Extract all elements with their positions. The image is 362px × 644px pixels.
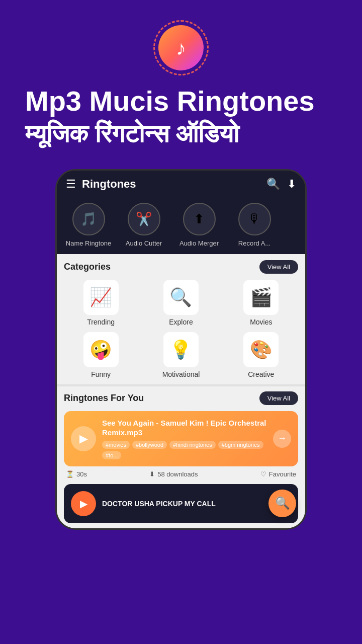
- audio-merger-icon: ⬆: [194, 211, 205, 227]
- heart-icon: ♡: [260, 470, 266, 478]
- tag-hindi: #hindi ringtones: [169, 441, 216, 449]
- motivational-icon: 💡: [169, 339, 192, 360]
- app-bar-title: Ringtones: [82, 178, 260, 191]
- download-button[interactable]: ⬇: [287, 178, 296, 191]
- ringtone-name-1: See You Again - Samuel Kim ! Epic Orches…: [102, 418, 267, 438]
- action-record[interactable]: 🎙 Record A...: [227, 203, 282, 247]
- trending-label: Trending: [87, 318, 115, 326]
- movies-label: Movies: [250, 318, 272, 326]
- tag-bgm: #bgm ringtones: [218, 441, 263, 449]
- audio-cutter-icon: ✂️: [136, 211, 152, 227]
- hero-section: ♪ Mp3 Mucis Ringtones म्यूजिक रिंगटोन्स …: [0, 0, 362, 159]
- action-audio-merger[interactable]: ⬆ Audio Merger: [171, 203, 227, 247]
- ringtones-view-all[interactable]: View All: [259, 391, 298, 405]
- phone-mockup: ☰ Ringtones 🔍 ⬇ 🎵 Name Ringtone ✂️ Audio…: [55, 169, 307, 530]
- logo-inner: ♪: [158, 25, 204, 70]
- ringtone-meta-1: ⏳ 30s ⬇ 58 downloads ♡ Favourite: [64, 466, 298, 480]
- ringtone-name-2: DOCTOR USHA PICKUP MY CALL: [102, 500, 216, 508]
- category-explore[interactable]: 🔍 Explore: [144, 280, 218, 326]
- name-ringtone-circle: 🎵: [72, 203, 105, 235]
- audio-merger-label: Audio Merger: [179, 239, 219, 247]
- action-audio-cutter[interactable]: ✂️ Audio Cutter: [116, 203, 171, 247]
- ringtone-card-2: ▶ DOCTOR USHA PICKUP MY CALL: [64, 484, 298, 523]
- trending-icon: 📈: [89, 287, 112, 308]
- app-bar: ☰ Ringtones 🔍 ⬇: [57, 171, 305, 198]
- tag-bollywood: #bollywood: [132, 441, 167, 449]
- movies-icon: 🎬: [250, 287, 273, 308]
- category-motivational[interactable]: 💡 Motivational: [144, 332, 218, 378]
- hourglass-icon: ⏳: [66, 470, 74, 478]
- record-circle: 🎙: [238, 203, 271, 235]
- ringtones-title: Ringtones For You: [64, 393, 144, 404]
- ringtones-header: Ringtones For You View All: [64, 391, 298, 405]
- play-button-1[interactable]: ▶: [71, 426, 96, 451]
- categories-section: Categories View All 📈 Trending 🔍 Explore…: [57, 254, 305, 384]
- downloads-text: 58 downloads: [157, 470, 198, 478]
- funny-icon-wrap: 🤪: [83, 332, 119, 367]
- duration-item: ⏳ 30s: [66, 470, 87, 478]
- tag-more: #to...: [102, 451, 121, 459]
- creative-icon: 🎨: [250, 339, 273, 360]
- downloads-item: ⬇ 58 downloads: [149, 470, 198, 478]
- category-movies[interactable]: 🎬 Movies: [224, 280, 298, 326]
- play-icon-2: ▶: [80, 498, 87, 510]
- search-button[interactable]: 🔍: [266, 178, 280, 191]
- play-icon-1: ▶: [79, 432, 88, 445]
- creative-icon-wrap: 🎨: [243, 332, 279, 367]
- trending-icon-wrap: 📈: [83, 280, 119, 315]
- movies-icon-wrap: 🎬: [243, 280, 279, 315]
- explore-icon-wrap: 🔍: [163, 280, 199, 315]
- name-ringtone-label: Name Ringtone: [66, 239, 111, 247]
- audio-cutter-circle: ✂️: [128, 203, 160, 235]
- category-trending[interactable]: 📈 Trending: [64, 280, 138, 326]
- action-name-ringtone[interactable]: 🎵 Name Ringtone: [61, 203, 116, 247]
- favourite-item[interactable]: ♡ Favourite: [260, 470, 296, 478]
- category-creative[interactable]: 🎨 Creative: [224, 332, 298, 378]
- music-note-icon: ♪: [176, 37, 186, 59]
- audio-merger-circle: ⬆: [183, 203, 216, 235]
- ringtone-tags-1: #movies #bollywood #hindi ringtones #bgm…: [102, 441, 267, 459]
- creative-label: Creative: [248, 370, 274, 378]
- hamburger-icon[interactable]: ☰: [66, 178, 76, 191]
- tag-movies: #movies: [102, 441, 130, 449]
- motivational-label: Motivational: [162, 370, 200, 378]
- funny-icon: 🤪: [89, 339, 112, 360]
- fab-search-icon: 🔍: [275, 496, 290, 510]
- audio-cutter-label: Audio Cutter: [126, 239, 162, 247]
- record-label: Record A...: [238, 239, 270, 247]
- fab-search-button[interactable]: 🔍: [268, 490, 296, 517]
- duration-text: 30s: [76, 470, 87, 478]
- categories-view-all[interactable]: View All: [259, 260, 298, 274]
- app-bar-icons: 🔍 ⬇: [266, 178, 296, 191]
- record-icon: 🎙: [248, 211, 261, 227]
- categories-header: Categories View All: [64, 260, 298, 274]
- ringtone-card-1: ▶ See You Again - Samuel Kim ! Epic Orch…: [64, 411, 298, 466]
- app-logo: ♪: [153, 20, 209, 75]
- name-ringtone-icon: 🎵: [80, 211, 97, 227]
- explore-label: Explore: [169, 318, 193, 326]
- hero-title-en: Mp3 Mucis Ringtones: [25, 86, 337, 117]
- download-icon: ⬇: [149, 470, 155, 478]
- hero-title-hi: म्यूजिक रिंगटोन्स ऑडियो: [25, 119, 337, 149]
- ringtone-info-1: See You Again - Samuel Kim ! Epic Orches…: [102, 418, 267, 459]
- categories-title: Categories: [64, 262, 111, 272]
- quick-actions: 🎵 Name Ringtone ✂️ Audio Cutter ⬆ Audio …: [57, 198, 305, 254]
- funny-label: Funny: [91, 370, 111, 378]
- arrow-button-1[interactable]: →: [273, 430, 291, 448]
- motivational-icon-wrap: 💡: [163, 332, 199, 367]
- categories-grid: 📈 Trending 🔍 Explore 🎬 Movies 🤪: [64, 280, 298, 378]
- play-button-2[interactable]: ▶: [71, 491, 96, 516]
- category-funny[interactable]: 🤪 Funny: [64, 332, 138, 378]
- ringtones-section: Ringtones For You View All ▶ See You Aga…: [57, 384, 305, 528]
- explore-icon: 🔍: [169, 287, 192, 308]
- favourite-text: Favourite: [269, 470, 296, 478]
